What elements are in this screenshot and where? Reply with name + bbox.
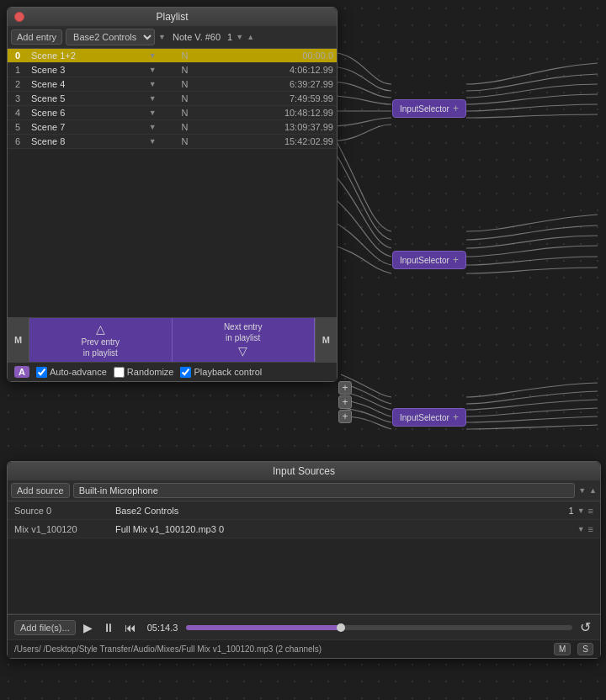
source-value: Base2 Controls bbox=[115, 506, 569, 516]
input-sources-titlebar: Input Sources bbox=[8, 462, 600, 480]
row-index: 1 bbox=[8, 63, 28, 77]
controller-select[interactable]: Base2 Controls bbox=[66, 29, 155, 45]
time-display: 05:14.3 bbox=[147, 623, 178, 633]
playlist-row[interactable]: 0 Scene 1+2 ▼ N 00:00.0 bbox=[8, 49, 337, 63]
playlist-row[interactable]: 3 Scene 5 ▼ N 7:49:59.99 bbox=[8, 92, 337, 106]
source-extra: 1 bbox=[569, 506, 574, 516]
prev-entry-label: Prev entry in playlist bbox=[82, 337, 120, 358]
input-selector-3-label: InputSelector bbox=[400, 413, 449, 422]
input-selector-2-plus[interactable]: + bbox=[453, 254, 459, 266]
playlist-titlebar: Playlist bbox=[8, 8, 337, 26]
playback-control-label: Playback control bbox=[194, 367, 262, 377]
row-name: Scene 1+2 bbox=[28, 49, 146, 63]
filepath-bar: /Users/ /Desktop/Style Transfer/Audio/Mi… bbox=[8, 639, 600, 658]
reload-button[interactable]: ↺ bbox=[577, 618, 593, 636]
playlist-table: 0 Scene 1+2 ▼ N 00:00.0 1 Scene 3 ▼ N 4:… bbox=[8, 49, 337, 149]
playlist-title: Playlist bbox=[156, 11, 188, 23]
next-entry-label: Next entry in playlist bbox=[224, 321, 263, 343]
playlist-row[interactable]: 6 Scene 8 ▼ N 15:42:02.99 bbox=[8, 135, 337, 149]
input-selector-1-label: InputSelector bbox=[400, 104, 449, 114]
randomize-checkbox[interactable] bbox=[114, 367, 125, 378]
auto-advance-label: Auto-advance bbox=[50, 367, 107, 377]
source-row-scroll[interactable]: ≡ bbox=[588, 506, 593, 516]
transport-bar: Add file(s)... ▶ ⏸ ⏮ 05:14.3 ↺ bbox=[8, 614, 600, 639]
source-row[interactable]: Mix v1_100120 Full Mix v1_100120.mp3 0 ▼… bbox=[8, 520, 600, 538]
auto-advance-checkbox-label[interactable]: Auto-advance bbox=[36, 367, 107, 378]
playlist-row[interactable]: 2 Scene 4 ▼ N 6:39:27.99 bbox=[8, 77, 337, 92]
row-index: 2 bbox=[8, 77, 28, 92]
playlist-window: Playlist Add entry Base2 Controls ▼ Note… bbox=[7, 7, 338, 382]
row-dropdown-arrow: ▼ bbox=[146, 49, 178, 63]
pause-button[interactable]: ⏸ bbox=[100, 620, 117, 635]
add-source-button[interactable]: Add source bbox=[11, 483, 70, 498]
row-flag: N bbox=[178, 92, 210, 106]
input-selector-node-2[interactable]: InputSelector + bbox=[392, 251, 466, 269]
progress-bar[interactable] bbox=[186, 625, 572, 630]
progress-fill bbox=[186, 625, 340, 630]
prev-arrow-icon: △ bbox=[96, 321, 105, 337]
playlist-toolbar: Add entry Base2 Controls ▼ Note V. #60 1… bbox=[8, 26, 337, 49]
row-dropdown-arrow: ▼ bbox=[146, 92, 178, 106]
playback-control-checkbox[interactable] bbox=[180, 367, 191, 378]
add-entry-button[interactable]: Add entry bbox=[11, 29, 62, 45]
dropdown-arrow-3: ▲ bbox=[247, 33, 254, 41]
side-plus-btn-2[interactable]: + bbox=[338, 395, 352, 409]
input-selector-2-label: InputSelector bbox=[400, 256, 449, 265]
window-close-button[interactable] bbox=[14, 12, 24, 22]
play-button[interactable]: ▶ bbox=[81, 620, 95, 635]
side-plus-btn-3[interactable]: + bbox=[338, 410, 352, 423]
source-row-dropdown[interactable]: ▼ bbox=[577, 525, 585, 533]
dropdown-arrow-1: ▼ bbox=[158, 33, 166, 41]
m-right-label: M bbox=[315, 318, 337, 362]
input-selector-3-plus[interactable]: + bbox=[453, 411, 459, 423]
filepath-s-button[interactable]: S bbox=[577, 643, 593, 655]
playlist-row[interactable]: 5 Scene 7 ▼ N 13:09:37.99 bbox=[8, 120, 337, 135]
playlist-nav-controls: M △ Prev entry in playlist Next entry in… bbox=[8, 317, 337, 362]
rewind-button[interactable]: ⏮ bbox=[122, 620, 139, 635]
row-name: Scene 7 bbox=[28, 120, 146, 135]
auto-advance-checkbox[interactable] bbox=[36, 367, 47, 378]
row-index: 4 bbox=[8, 106, 28, 120]
row-flag: N bbox=[178, 120, 210, 135]
row-flag: N bbox=[178, 63, 210, 77]
playlist-row[interactable]: 1 Scene 3 ▼ N 4:06:12.99 bbox=[8, 63, 337, 77]
row-index: 0 bbox=[8, 49, 28, 63]
input-sources-title: Input Sources bbox=[273, 465, 335, 477]
prev-entry-button[interactable]: △ Prev entry in playlist bbox=[29, 318, 172, 362]
next-arrow-icon: ▽ bbox=[238, 343, 247, 358]
row-flag: N bbox=[178, 77, 210, 92]
row-dropdown-arrow: ▼ bbox=[146, 135, 178, 149]
playback-control-checkbox-label[interactable]: Playback control bbox=[180, 367, 262, 378]
playlist-row[interactable]: 4 Scene 6 ▼ N 10:48:12.99 bbox=[8, 106, 337, 120]
next-entry-button[interactable]: Next entry in playlist ▽ bbox=[173, 318, 315, 362]
row-time: 15:42:02.99 bbox=[209, 135, 337, 149]
source-dropdown-arrow-2: ▲ bbox=[589, 486, 597, 495]
source-row-scroll[interactable]: ≡ bbox=[588, 524, 593, 534]
row-time: 10:48:12.99 bbox=[209, 106, 337, 120]
source-row-dropdown[interactable]: ▼ bbox=[577, 506, 585, 515]
row-index: 6 bbox=[8, 135, 28, 149]
input-selector-1-plus[interactable]: + bbox=[453, 103, 459, 114]
add-files-button[interactable]: Add file(s)... bbox=[14, 620, 76, 635]
input-sources-toolbar: Add source Built-in Microphone ▼ ▲ bbox=[8, 480, 600, 501]
input-selector-node-1[interactable]: InputSelector + bbox=[392, 99, 466, 118]
source-row[interactable]: Source 0 Base2 Controls 1 ▼ ≡ bbox=[8, 501, 600, 520]
source-dropdown-arrow-1: ▼ bbox=[578, 486, 586, 495]
filepath-m-button[interactable]: M bbox=[554, 643, 571, 655]
row-dropdown-arrow: ▼ bbox=[146, 106, 178, 120]
randomize-checkbox-label[interactable]: Randomize bbox=[114, 367, 174, 378]
value-label: 1 bbox=[227, 32, 232, 42]
row-flag: N bbox=[178, 135, 210, 149]
filepath-text: /Users/ /Desktop/Style Transfer/Audio/Mi… bbox=[14, 644, 547, 654]
source-label: Mix v1_100120 bbox=[14, 524, 115, 534]
source-value: Full Mix v1_100120.mp3 0 bbox=[115, 524, 577, 534]
row-flag: N bbox=[178, 106, 210, 120]
input-selector-node-3[interactable]: InputSelector + bbox=[392, 408, 466, 427]
randomize-label: Randomize bbox=[127, 367, 174, 377]
side-plus-btn-1[interactable]: + bbox=[338, 381, 352, 395]
playlist-empty-area bbox=[8, 149, 337, 317]
source-rows-container: Source 0 Base2 Controls 1 ▼ ≡ Mix v1_100… bbox=[8, 501, 600, 538]
row-dropdown-arrow: ▼ bbox=[146, 120, 178, 135]
source-label: Source 0 bbox=[14, 506, 115, 516]
dropdown-arrow-2: ▼ bbox=[236, 33, 243, 41]
